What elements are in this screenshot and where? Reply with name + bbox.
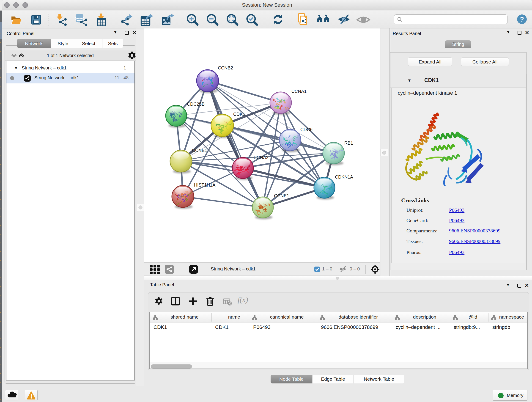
svg-text:CCNE1: CCNE1 — [274, 193, 289, 198]
svg-text:HIST1H1A: HIST1H1A — [194, 182, 215, 187]
svg-text:CDC25B: CDC25B — [187, 102, 205, 107]
svg-text:RB1: RB1 — [344, 140, 353, 146]
svg-text:CCNB1: CCNB1 — [192, 148, 207, 153]
svg-text:CCNB2: CCNB2 — [218, 65, 233, 70]
svg-text:CDK1: CDK1 — [233, 112, 245, 117]
svg-text:CCNA1: CCNA1 — [291, 89, 307, 94]
svg-text:CDC6: CDC6 — [300, 127, 312, 132]
svg-text:CDKN1A: CDKN1A — [335, 174, 353, 179]
svg-text:CCNA2: CCNA2 — [253, 155, 268, 160]
